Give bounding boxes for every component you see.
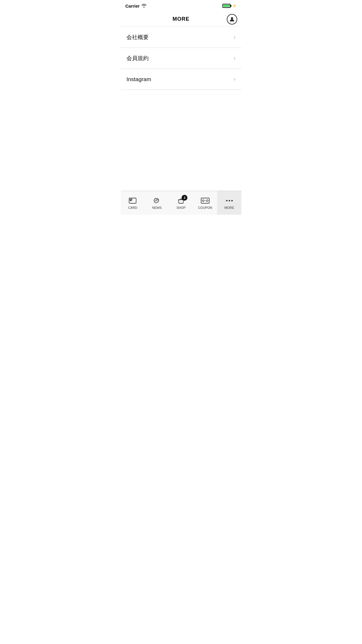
tab-coupon-label: COUPON — [198, 206, 212, 209]
profile-button[interactable] — [227, 14, 237, 24]
tab-card[interactable]: CARD — [121, 191, 145, 215]
menu-item-membership-label: 会員規約 — [126, 55, 149, 62]
tab-news-label: NEWS — [152, 206, 162, 209]
menu-item-instagram-label: Instagram — [126, 76, 151, 83]
shop-icon: 3 — [177, 197, 185, 205]
chevron-right-icon: › — [234, 55, 236, 61]
tab-coupon[interactable]: COUPON — [193, 191, 217, 215]
tab-card-label: CARD — [128, 206, 137, 209]
news-icon — [153, 197, 161, 205]
header: MORE — [121, 12, 241, 27]
tab-shop[interactable]: 3 SHOP — [169, 191, 193, 215]
chevron-right-icon: › — [234, 76, 236, 82]
svg-point-9 — [226, 200, 227, 201]
svg-point-7 — [206, 200, 208, 202]
news-badge: 3 — [182, 195, 187, 201]
carrier-info: Carrier — [125, 4, 147, 8]
menu-list: 会社概要 › 会員規約 › Instagram › — [121, 27, 241, 90]
status-bar: Carrier ⚡ — [121, 0, 241, 12]
page-title: MORE — [173, 16, 189, 22]
tab-shop-label: SHOP — [176, 206, 185, 209]
card-icon — [129, 197, 137, 205]
svg-point-10 — [229, 200, 230, 201]
battery-icon — [222, 4, 231, 8]
menu-item-membership[interactable]: 会員規約 › — [121, 48, 241, 69]
tab-more[interactable]: MORE — [217, 191, 241, 215]
carrier-name: Carrier — [125, 4, 140, 8]
wifi-icon — [141, 4, 147, 8]
svg-point-0 — [231, 17, 233, 19]
coupon-icon — [201, 197, 209, 205]
menu-item-company-label: 会社概要 — [126, 34, 149, 41]
menu-item-company[interactable]: 会社概要 › — [121, 27, 241, 48]
bolt-icon: ⚡ — [232, 4, 237, 8]
person-icon — [229, 16, 235, 22]
tab-bar: CARD NEWS 3 SHOP — [121, 191, 241, 215]
chevron-right-icon: › — [234, 34, 236, 40]
tab-more-label: MORE — [224, 206, 234, 209]
more-icon — [225, 197, 233, 205]
svg-point-6 — [202, 200, 204, 202]
battery-area: ⚡ — [222, 4, 237, 8]
tab-news[interactable]: NEWS — [145, 191, 169, 215]
menu-item-instagram[interactable]: Instagram › — [121, 69, 241, 90]
svg-point-11 — [231, 200, 233, 201]
